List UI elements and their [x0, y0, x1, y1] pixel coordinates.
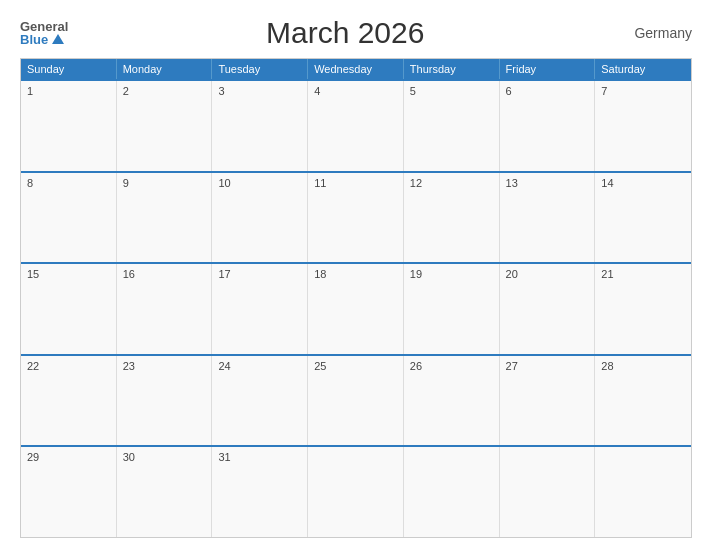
day-3: 3 [212, 81, 308, 171]
day-empty-3 [500, 447, 596, 537]
logo-triangle-icon [52, 34, 64, 44]
day-empty-1 [308, 447, 404, 537]
day-25: 25 [308, 356, 404, 446]
day-empty-4 [595, 447, 691, 537]
logo-blue-text: Blue [20, 33, 48, 46]
day-header-saturday: Saturday [595, 59, 691, 79]
day-19: 19 [404, 264, 500, 354]
day-7: 7 [595, 81, 691, 171]
week-row-4: 22 23 24 25 26 27 28 [21, 354, 691, 446]
day-8: 8 [21, 173, 117, 263]
day-2: 2 [117, 81, 213, 171]
day-23: 23 [117, 356, 213, 446]
day-header-monday: Monday [117, 59, 213, 79]
calendar-header: General Blue March 2026 Germany [20, 16, 692, 50]
day-6: 6 [500, 81, 596, 171]
day-15: 15 [21, 264, 117, 354]
day-5: 5 [404, 81, 500, 171]
day-31: 31 [212, 447, 308, 537]
day-10: 10 [212, 173, 308, 263]
calendar-grid: Sunday Monday Tuesday Wednesday Thursday… [20, 58, 692, 538]
day-1: 1 [21, 81, 117, 171]
day-empty-2 [404, 447, 500, 537]
day-16: 16 [117, 264, 213, 354]
day-14: 14 [595, 173, 691, 263]
day-header-sunday: Sunday [21, 59, 117, 79]
page: General Blue March 2026 Germany Sunday M… [0, 0, 712, 550]
day-26: 26 [404, 356, 500, 446]
day-header-friday: Friday [500, 59, 596, 79]
day-22: 22 [21, 356, 117, 446]
week-row-5: 29 30 31 [21, 445, 691, 537]
weeks-container: 1 2 3 4 5 6 7 8 9 10 11 12 13 14 15 [21, 79, 691, 537]
day-headers-row: Sunday Monday Tuesday Wednesday Thursday… [21, 59, 691, 79]
country-label: Germany [622, 25, 692, 41]
logo-blue-row: Blue [20, 33, 64, 46]
logo: General Blue [20, 20, 68, 46]
day-21: 21 [595, 264, 691, 354]
day-24: 24 [212, 356, 308, 446]
day-20: 20 [500, 264, 596, 354]
day-header-thursday: Thursday [404, 59, 500, 79]
week-row-1: 1 2 3 4 5 6 7 [21, 79, 691, 171]
day-13: 13 [500, 173, 596, 263]
week-row-2: 8 9 10 11 12 13 14 [21, 171, 691, 263]
day-9: 9 [117, 173, 213, 263]
day-28: 28 [595, 356, 691, 446]
day-header-tuesday: Tuesday [212, 59, 308, 79]
week-row-3: 15 16 17 18 19 20 21 [21, 262, 691, 354]
calendar-title: March 2026 [68, 16, 622, 50]
day-11: 11 [308, 173, 404, 263]
day-30: 30 [117, 447, 213, 537]
day-17: 17 [212, 264, 308, 354]
day-18: 18 [308, 264, 404, 354]
day-27: 27 [500, 356, 596, 446]
day-12: 12 [404, 173, 500, 263]
day-4: 4 [308, 81, 404, 171]
day-header-wednesday: Wednesday [308, 59, 404, 79]
day-29: 29 [21, 447, 117, 537]
